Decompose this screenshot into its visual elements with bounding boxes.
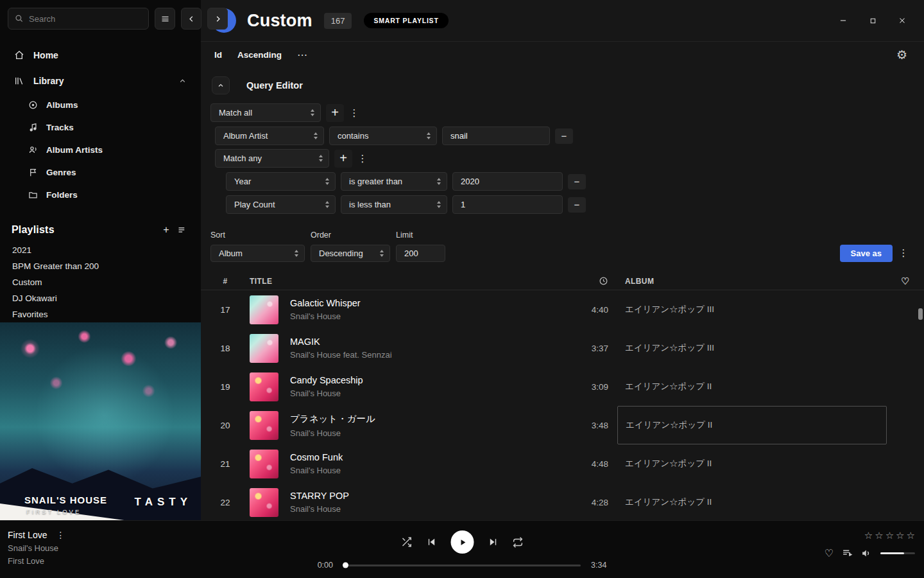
match-all-select[interactable]: Match all <box>210 103 321 122</box>
rule-field-select[interactable]: Album Artist <box>215 127 324 145</box>
nav-back-button[interactable] <box>181 8 201 30</box>
track-artist: Snail's House <box>290 504 349 514</box>
select-value: Year <box>234 177 251 186</box>
column-album[interactable]: ALBUM <box>617 277 887 286</box>
match-any-select[interactable]: Match any <box>215 149 329 168</box>
track-album-focused[interactable]: エイリアン☆ポップ II <box>617 406 887 444</box>
settings-gear-button[interactable]: ⚙ <box>896 49 907 61</box>
select-value: Album <box>219 249 243 258</box>
chevron-up-icon[interactable] <box>178 77 187 85</box>
star-icon[interactable]: ☆ <box>875 530 883 541</box>
remove-rule-button[interactable]: − <box>568 174 586 189</box>
playlist-item[interactable]: Favorites <box>0 306 201 322</box>
sort-field-button[interactable]: Id <box>214 50 222 60</box>
favorite-button[interactable]: ♡ <box>825 547 834 559</box>
select-value: is less than <box>349 200 391 209</box>
playlist-item[interactable]: BPM Greater than 200 <box>0 258 201 274</box>
previous-button[interactable] <box>427 537 437 547</box>
flag-icon <box>28 168 38 177</box>
seek-handle[interactable] <box>343 563 348 568</box>
rule-field-select[interactable]: Play Count <box>226 195 336 214</box>
track-album[interactable]: エイリアン☆ポップ II <box>617 444 887 483</box>
rule-field-select[interactable]: Year <box>226 172 336 191</box>
spinner-icon <box>319 155 323 162</box>
save-as-button[interactable]: Save as <box>840 245 893 262</box>
track-options-button[interactable]: ⋮ <box>56 530 65 540</box>
collapse-query-editor-button[interactable] <box>212 76 230 94</box>
column-number[interactable]: # <box>201 277 250 286</box>
more-options-button[interactable]: ⋯ <box>297 49 308 61</box>
query-rule-row: Play Count is less than − <box>226 195 924 214</box>
rule-value-input[interactable] <box>452 195 563 214</box>
track-album[interactable]: エイリアン☆ポップ II <box>617 483 887 520</box>
maximize-button[interactable] <box>868 15 878 26</box>
play-pause-button[interactable] <box>451 530 474 554</box>
queue-button[interactable] <box>842 548 853 559</box>
now-playing-title: First Love <box>8 530 47 540</box>
elapsed-time: 0:00 <box>310 561 333 570</box>
sidebar-item-library[interactable]: Library <box>0 68 201 94</box>
sidebar-item-albums[interactable]: Albums <box>28 94 201 116</box>
remove-rule-button[interactable]: − <box>568 197 586 213</box>
playlist-item[interactable]: Custom <box>0 274 201 290</box>
table-row[interactable]: 21 Cosmo Funk Snail's House 4:48 エイリアン☆ポ… <box>201 444 924 483</box>
column-title[interactable]: TITLE <box>250 277 560 286</box>
queue-icon <box>842 548 853 559</box>
volume-button[interactable] <box>861 548 872 559</box>
minimize-button[interactable] <box>838 15 848 26</box>
add-group-rule-button[interactable]: + <box>334 150 352 168</box>
star-icon[interactable]: ☆ <box>886 530 894 541</box>
table-row[interactable]: 22 STARRY POP Snail's House 4:28 エイリアン☆ポ… <box>201 483 924 520</box>
track-album[interactable]: エイリアン☆ポップ III <box>617 290 887 329</box>
search-box[interactable] <box>8 8 149 30</box>
order-select[interactable]: Descending <box>311 245 390 262</box>
save-options-button[interactable]: ⋮ <box>898 244 909 262</box>
table-row[interactable]: 20 プラネット・ガール Snail's House 3:48 エイリアン☆ポッ… <box>201 406 924 444</box>
seek-slider[interactable] <box>343 565 581 566</box>
playlist-list-icon[interactable] <box>174 223 189 237</box>
scrollbar-thumb[interactable] <box>918 308 923 320</box>
column-duration[interactable] <box>599 276 617 286</box>
shuffle-button[interactable] <box>401 536 413 548</box>
sort-select[interactable]: Album <box>210 245 305 262</box>
sidebar-item-genres[interactable]: Genres <box>28 161 201 184</box>
nav-forward-button[interactable] <box>207 8 228 30</box>
table-row[interactable]: 18 MAGIK Snail's House feat. Sennzai 3:3… <box>201 329 924 367</box>
shuffle-icon <box>401 536 413 548</box>
star-icon[interactable]: ☆ <box>864 530 873 541</box>
sidebar-item-home[interactable]: Home <box>0 42 201 68</box>
column-favorite[interactable]: ♡ <box>901 276 910 287</box>
close-button[interactable] <box>897 15 907 26</box>
rule-value-input[interactable] <box>452 172 563 191</box>
remove-rule-button[interactable]: − <box>555 128 573 144</box>
total-time: 3:34 <box>591 561 614 570</box>
sidebar-item-folders[interactable]: Folders <box>28 184 201 206</box>
playlist-item[interactable]: 2021 <box>0 242 201 258</box>
next-button[interactable] <box>488 537 499 547</box>
rule-value-input[interactable] <box>442 127 550 145</box>
repeat-button[interactable] <box>513 537 524 548</box>
rule-operator-select[interactable]: is greater than <box>341 172 447 191</box>
track-album[interactable]: エイリアン☆ポップ II <box>617 367 887 406</box>
add-rule-button[interactable]: + <box>326 104 344 122</box>
search-input[interactable] <box>29 14 142 24</box>
rule-operator-select[interactable]: is less than <box>341 195 447 214</box>
group-options-button[interactable]: ⋮ <box>357 150 368 168</box>
star-icon[interactable]: ☆ <box>907 530 915 541</box>
add-playlist-button[interactable]: + <box>158 223 174 237</box>
menu-button[interactable] <box>155 8 175 30</box>
order-label: Order <box>311 231 390 240</box>
query-rule-row: Album Artist contains − <box>215 127 924 145</box>
rule-operator-select[interactable]: contains <box>329 127 437 145</box>
sidebar-item-album-artists[interactable]: Album Artists <box>28 139 201 161</box>
sidebar-item-tracks[interactable]: Tracks <box>28 116 201 139</box>
sort-direction-button[interactable]: Ascending <box>237 50 282 60</box>
table-row[interactable]: 19 Candy Spaceship Snail's House 3:09 エイ… <box>201 367 924 406</box>
volume-slider[interactable] <box>880 552 915 554</box>
limit-input[interactable] <box>396 245 445 262</box>
track-album[interactable]: エイリアン☆ポップ III <box>617 329 887 367</box>
playlist-item[interactable]: DJ Okawari <box>0 290 201 306</box>
star-icon[interactable]: ☆ <box>896 530 904 541</box>
rule-group-options-button[interactable]: ⋮ <box>349 104 359 122</box>
table-row[interactable]: 17 Galactic Whisper Snail's House 4:40 エ… <box>201 290 924 329</box>
